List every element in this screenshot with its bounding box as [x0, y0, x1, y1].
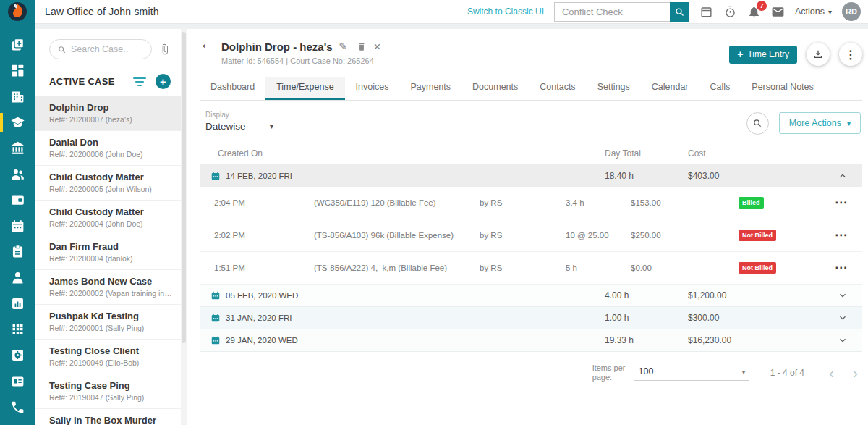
left-icon-nav [0, 24, 35, 425]
tab-dashboard[interactable]: Dashboard [200, 77, 265, 100]
close-icon[interactable]: × [374, 41, 381, 52]
nav-item-add-case[interactable] [0, 33, 35, 57]
time-entry-row[interactable]: 2:04 PM(WC350/E119) 120 (Billable Fee)by… [200, 187, 862, 219]
row-actions-menu-icon[interactable]: ⋯ [826, 199, 848, 206]
nav-item-dashboard[interactable] [0, 59, 35, 83]
time-entry-row[interactable]: 1:51 PM(TS-856/A222) 4,_k,m (Billable Fe… [200, 252, 862, 285]
timer-icon[interactable] [723, 5, 737, 19]
app-logo[interactable] [0, 0, 35, 24]
case-list-item[interactable]: Danial DonRef#: 20200006 (John Doe) [35, 131, 181, 166]
nav-item-reports[interactable] [0, 291, 35, 316]
case-ref: Ref#: 20200007 (heza's) [49, 115, 172, 124]
tab-documents[interactable]: Documents [461, 77, 529, 100]
download-button[interactable] [807, 43, 830, 66]
case-name: Testing Close Client [49, 345, 172, 356]
case-list-item[interactable]: Sally In The Box Murder Case [35, 409, 181, 425]
date-group-row[interactable]: 14 FEB, 2020 FRI18.40 h$403.00 [200, 164, 862, 187]
entry-author: by RS [480, 264, 566, 272]
entry-quantity: 3.4 h [566, 198, 631, 207]
case-list-item[interactable]: Pushpak Kd TestingRef#: 20200001 (Sally … [35, 305, 181, 340]
group-day-total: 19.33 h [605, 335, 688, 345]
tab-payments[interactable]: Payments [399, 77, 461, 100]
case-list-item[interactable]: Testing Case PingRef#: 20190047 (Sally P… [35, 374, 181, 409]
next-page-button[interactable]: › [853, 366, 858, 379]
conflict-search-button[interactable] [670, 2, 689, 22]
tab-calendar[interactable]: Calendar [641, 77, 699, 100]
group-date: 31 JAN, 2020 FRI [210, 313, 605, 323]
nav-item-settings[interactable] [0, 343, 35, 368]
tab-calls[interactable]: Calls [699, 77, 741, 100]
mail-icon[interactable] [771, 5, 785, 19]
tab-invoices[interactable]: Invoices [345, 77, 400, 100]
tab-personal-notes[interactable]: Personal Notes [741, 77, 824, 100]
more-options-button[interactable]: ⋮ [839, 43, 862, 66]
nav-item-contacts[interactable] [0, 162, 35, 187]
case-list-scrollbar[interactable] [181, 29, 187, 425]
chevron-down-icon[interactable] [832, 290, 848, 300]
switch-to-classic-link[interactable]: Switch to Classic UI [467, 7, 544, 17]
chevron-down-icon[interactable] [832, 335, 848, 345]
date-group-row[interactable]: 29 JAN, 2020 WED19.33 h$16,230.00 [200, 329, 862, 352]
nav-item-apps[interactable] [0, 317, 35, 342]
entry-cost: $153.00 [631, 198, 739, 207]
date-group-row[interactable]: 05 FEB, 2020 WED4.00 h$1,200.00 [200, 285, 862, 307]
row-actions-menu-icon[interactable]: ⋯ [826, 232, 848, 239]
kebab-menu-icon: ⋮ [845, 48, 856, 62]
display-dropdown[interactable]: Datewise ▾ [205, 119, 275, 135]
calendar-icon [210, 335, 221, 345]
items-per-page-dropdown[interactable]: 100 ▾ [634, 365, 749, 381]
time-entry-button[interactable]: + Time Entry [729, 46, 797, 64]
tab-time-expense[interactable]: Time/Expense [265, 77, 344, 100]
search-icon [752, 118, 762, 128]
entry-author: by RS [480, 198, 566, 207]
calendar-icon [10, 219, 25, 234]
nav-item-calls[interactable] [0, 395, 35, 419]
delete-trash-icon[interactable] [357, 41, 367, 52]
more-actions-button[interactable]: More Actions ▾ [779, 112, 861, 134]
nav-item-tasks[interactable] [0, 240, 35, 264]
avatar[interactable]: RD [842, 2, 861, 21]
nav-item-firm[interactable] [0, 84, 35, 109]
filter-icon[interactable] [132, 77, 147, 86]
case-list-item[interactable]: James Bond New CaseRef#: 20200002 (Vapan… [35, 270, 181, 305]
back-button[interactable]: ← [200, 36, 214, 51]
date-group-row[interactable]: 31 JAN, 2020 FRI1.00 h$300.00 [200, 307, 862, 329]
page-range-label: 1 - 4 of 4 [770, 368, 804, 378]
time-entry-row[interactable]: 2:02 PM(TS-856/A103) 96k (Billable Expen… [200, 219, 862, 252]
paperclip-icon[interactable] [159, 43, 171, 55]
table-search-button[interactable] [746, 112, 769, 135]
case-list-item[interactable]: Child Custody MatterRef#: 20200005 (John… [35, 166, 181, 201]
case-list-item[interactable]: Child Custody MatterRef#: 20200004 (John… [35, 201, 181, 235]
chevron-down-icon[interactable] [832, 313, 848, 323]
group-cost: $1,200.00 [688, 290, 832, 300]
row-actions-menu-icon[interactable]: ⋯ [826, 264, 848, 272]
previous-page-button[interactable]: ‹ [829, 366, 834, 379]
notification-count-badge: 7 [757, 1, 767, 11]
case-list-item[interactable]: Testing Close ClientRef#: 20190049 (Ello… [35, 340, 181, 374]
tab-settings[interactable]: Settings [587, 77, 641, 100]
status-badge: Not Billed [739, 262, 776, 274]
nav-item-clients[interactable] [0, 266, 35, 290]
notifications-bell-icon[interactable]: 7 [747, 5, 761, 19]
nav-item-calendar[interactable] [0, 214, 35, 238]
case-list-item[interactable]: Dolphin DropRef#: 20200007 (heza's) [35, 96, 181, 131]
entry-cost: $250.00 [631, 231, 739, 240]
case-search-input[interactable] [71, 44, 144, 54]
entry-quantity: 5 h [566, 264, 631, 272]
chevron-up-icon[interactable] [832, 171, 848, 181]
tab-contacts[interactable]: Contacts [529, 77, 586, 100]
chevron-down-icon: ▾ [847, 119, 851, 127]
matters-icon [10, 115, 25, 130]
actions-label: Actions [795, 7, 825, 17]
edit-pencil-icon[interactable]: ✎ [339, 41, 350, 52]
nav-item-billing[interactable] [0, 188, 35, 212]
nav-item-court[interactable] [0, 136, 35, 161]
actions-dropdown[interactable]: Actions ▾ [795, 7, 832, 17]
conflict-check-input[interactable] [554, 2, 670, 22]
nav-item-news[interactable] [0, 369, 35, 394]
calendar-icon[interactable] [699, 5, 713, 19]
nav-item-matters[interactable] [0, 110, 35, 135]
case-list-item[interactable]: Dan Firm FraudRef#: 20200004 (danlok) [35, 235, 181, 270]
scrollbar-thumb[interactable] [182, 32, 186, 343]
add-case-button[interactable]: + [156, 74, 171, 89]
